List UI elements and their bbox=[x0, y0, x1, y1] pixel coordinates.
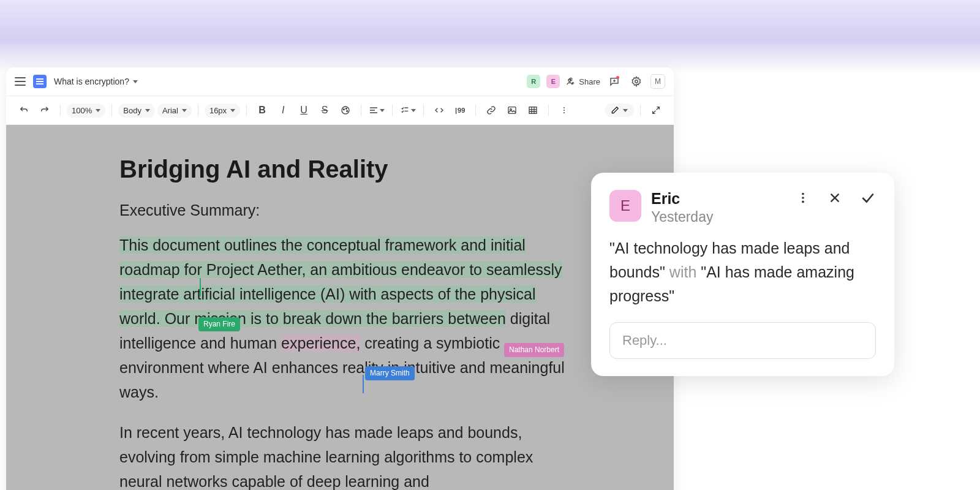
fontsize-value: 16px bbox=[209, 106, 227, 115]
expand-button[interactable] bbox=[647, 101, 665, 119]
comment-reply-input[interactable]: Reply... bbox=[609, 322, 876, 359]
code-icon bbox=[434, 105, 444, 115]
redo-button[interactable] bbox=[36, 101, 54, 119]
underline-button[interactable]: U bbox=[295, 101, 313, 119]
checklist-button[interactable] bbox=[399, 101, 417, 119]
svg-point-11 bbox=[564, 112, 565, 113]
comment-with-text: with bbox=[665, 263, 701, 281]
zoom-value: 100% bbox=[72, 106, 92, 115]
chevron-down-icon bbox=[145, 109, 150, 112]
link-button[interactable] bbox=[482, 101, 500, 119]
svg-point-14 bbox=[802, 201, 804, 203]
more-button[interactable] bbox=[555, 101, 573, 119]
titlebar: What is encryption? R E Share M bbox=[6, 67, 674, 96]
comments-button[interactable] bbox=[606, 74, 622, 89]
comment-timestamp: Yesterday bbox=[651, 209, 786, 225]
comment-author-avatar: E bbox=[609, 190, 641, 222]
color-button[interactable] bbox=[336, 101, 355, 119]
bold-button[interactable]: B bbox=[253, 101, 271, 119]
style-dropdown[interactable]: Body bbox=[118, 104, 155, 118]
more-vertical-icon bbox=[559, 105, 569, 115]
edit-mode-dropdown[interactable] bbox=[605, 104, 634, 117]
cursor-caret-blue bbox=[363, 375, 364, 393]
check-icon bbox=[860, 190, 876, 206]
document-subheading: Executive Summary: bbox=[119, 202, 573, 219]
notification-dot bbox=[616, 76, 619, 79]
close-icon bbox=[828, 191, 842, 205]
pen-icon bbox=[611, 106, 619, 115]
user-menu-button[interactable]: M bbox=[650, 74, 665, 89]
gear-icon bbox=[631, 76, 642, 87]
cursor-tag-marry: Marry Smith bbox=[365, 366, 415, 380]
svg-point-1 bbox=[635, 80, 638, 83]
font-value: Arial bbox=[162, 106, 178, 115]
undo-icon bbox=[19, 105, 29, 115]
image-icon bbox=[507, 105, 517, 115]
palette-icon bbox=[341, 105, 350, 115]
comment-resolve-button[interactable] bbox=[860, 190, 876, 206]
paragraph-1: This document outlines the conceptual fr… bbox=[119, 233, 573, 404]
document-title-text: What is encryption? bbox=[54, 77, 129, 86]
code-button[interactable] bbox=[430, 101, 448, 119]
zoom-dropdown[interactable]: 100% bbox=[67, 104, 105, 118]
comment-body: "AI technology has made leaps and bounds… bbox=[609, 236, 876, 307]
image-button[interactable] bbox=[503, 101, 521, 119]
line-number-display: |99 bbox=[451, 101, 469, 119]
cursor-tag-nathan: Nathan Norbert bbox=[504, 343, 564, 357]
svg-point-9 bbox=[564, 107, 565, 108]
svg-rect-6 bbox=[508, 107, 516, 114]
style-value: Body bbox=[123, 106, 141, 115]
document-heading: Bridging AI and Reality bbox=[119, 156, 573, 183]
comment-more-button[interactable] bbox=[796, 191, 810, 205]
document-editor-window: What is encryption? R E Share M bbox=[6, 67, 674, 490]
chevron-down-icon bbox=[182, 109, 187, 112]
share-button[interactable]: Share bbox=[566, 77, 600, 86]
document-canvas[interactable]: Bridging AI and Reality Executive Summar… bbox=[6, 125, 674, 490]
document-title-dropdown[interactable]: What is encryption? bbox=[54, 77, 138, 86]
comment-card: E Eric Yesterday "AI technology has made… bbox=[591, 173, 894, 376]
collaborator-avatar-r[interactable]: R bbox=[527, 75, 540, 88]
chevron-down-icon bbox=[380, 109, 385, 112]
svg-point-2 bbox=[342, 107, 349, 114]
chevron-down-icon bbox=[623, 109, 628, 112]
font-dropdown[interactable]: Arial bbox=[157, 104, 192, 118]
svg-rect-8 bbox=[529, 107, 537, 114]
svg-point-10 bbox=[564, 110, 565, 111]
highlight-green: This document outlines the conceptual fr… bbox=[119, 236, 562, 278]
svg-point-13 bbox=[802, 197, 804, 199]
comment-close-button[interactable] bbox=[828, 191, 842, 205]
formatting-toolbar: 100% Body Arial 16px B I U S bbox=[6, 96, 674, 125]
svg-point-5 bbox=[347, 110, 348, 111]
highlight-green: integrate artificial intelligence (AI) w… bbox=[119, 285, 536, 327]
align-left-icon bbox=[369, 105, 379, 115]
strikethrough-button[interactable]: S bbox=[315, 101, 334, 119]
share-label: Share bbox=[579, 77, 600, 86]
table-button[interactable] bbox=[524, 101, 542, 119]
document-icon[interactable] bbox=[33, 75, 47, 88]
chevron-down-icon bbox=[230, 109, 235, 112]
link-icon bbox=[486, 105, 496, 115]
comment-author-name: Eric bbox=[651, 190, 786, 208]
undo-button[interactable] bbox=[15, 101, 33, 119]
svg-point-12 bbox=[802, 193, 804, 195]
chevron-down-icon bbox=[133, 80, 138, 83]
settings-button[interactable] bbox=[628, 74, 644, 89]
paragraph-2: In recent years, AI technology has made … bbox=[119, 420, 573, 490]
collaborator-avatar-e[interactable]: E bbox=[546, 75, 560, 88]
chevron-down-icon bbox=[411, 109, 416, 112]
italic-button[interactable]: I bbox=[274, 101, 292, 119]
cursor-caret-green bbox=[200, 278, 201, 296]
table-icon bbox=[528, 105, 538, 115]
highlight-pink: experience, bbox=[281, 334, 360, 352]
more-vertical-icon bbox=[796, 191, 810, 205]
svg-point-4 bbox=[345, 108, 347, 109]
fontsize-dropdown[interactable]: 16px bbox=[205, 104, 240, 118]
svg-point-3 bbox=[343, 109, 344, 110]
checklist-icon bbox=[400, 105, 410, 115]
expand-icon bbox=[651, 105, 661, 115]
redo-icon bbox=[40, 105, 50, 115]
chevron-down-icon bbox=[96, 109, 100, 112]
align-button[interactable] bbox=[368, 101, 386, 119]
menu-icon[interactable] bbox=[15, 77, 26, 86]
cursor-tag-ryan: Ryan Fire bbox=[198, 317, 240, 331]
